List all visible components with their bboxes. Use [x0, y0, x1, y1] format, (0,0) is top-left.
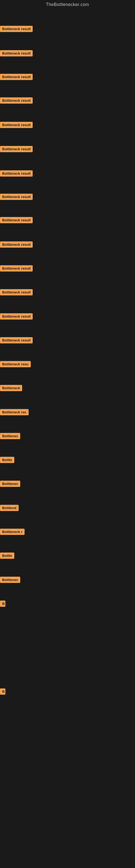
bottleneck-badge[interactable]: Bottlenec [0, 480, 20, 487]
bottleneck-badge[interactable]: Bottleneck result [0, 50, 33, 56]
bottleneck-result-item[interactable]: Bottleneck result [0, 26, 33, 33]
bottleneck-badge[interactable]: Bottleneck r [0, 529, 25, 535]
bottleneck-badge[interactable]: B [0, 600, 5, 607]
bottleneck-badge[interactable]: Bottleneck [0, 385, 22, 391]
bottleneck-result-item[interactable]: Bottleneck resu [0, 361, 31, 368]
bottleneck-result-item[interactable]: Bottleneck result [0, 217, 33, 224]
bottleneck-result-item[interactable]: Bottleneck result [0, 194, 33, 201]
bottleneck-result-item[interactable]: Bottleneck result [0, 313, 33, 321]
bottleneck-result-item[interactable]: Bottleneck [0, 385, 22, 392]
bottleneck-result-item[interactable]: Bottleneck result [0, 50, 33, 58]
bottleneck-result-item[interactable]: B [0, 600, 5, 608]
bottleneck-result-item[interactable]: Bottlenec [0, 577, 20, 584]
bottleneck-badge[interactable]: Bottleneck result [0, 170, 33, 177]
bottleneck-badge[interactable]: Bottleneck resu [0, 361, 31, 367]
bottleneck-result-item[interactable]: Bottlend [0, 505, 18, 512]
bottleneck-badge[interactable]: Bottleneck result [0, 146, 33, 152]
bottleneck-result-item[interactable]: Bottleneck result [0, 146, 33, 153]
bottleneck-result-item[interactable]: Bottleneck result [0, 337, 33, 344]
bottleneck-badge[interactable]: Bottleneck res [0, 409, 29, 415]
bottleneck-result-item[interactable]: B [0, 688, 5, 696]
bottleneck-badge[interactable]: Bottle [0, 457, 14, 463]
bottleneck-badge[interactable]: Bottlenec [0, 433, 20, 439]
bottleneck-badge[interactable]: Bottlenec [0, 577, 20, 583]
bottleneck-result-item[interactable]: Bottleneck result [0, 289, 33, 297]
bottleneck-badge[interactable]: Bottleneck result [0, 97, 33, 104]
bottleneck-badge[interactable]: Bottleneck result [0, 122, 33, 128]
bottleneck-badge[interactable]: Bottlend [0, 505, 18, 511]
bottleneck-result-item[interactable]: Bottleneck res [0, 409, 29, 416]
bottleneck-result-item[interactable]: Bottlenec [0, 480, 20, 488]
bottleneck-result-item[interactable]: Bottleneck result [0, 241, 33, 249]
bottleneck-badge[interactable]: Bottleneck result [0, 265, 33, 272]
bottleneck-badge[interactable]: Bottle [0, 553, 14, 559]
bottleneck-result-item[interactable]: Bottleneck result [0, 170, 33, 178]
bottleneck-badge[interactable]: B [0, 688, 5, 695]
bottleneck-result-item[interactable]: Bottleneck result [0, 74, 33, 81]
bottleneck-badge[interactable]: Bottleneck result [0, 74, 33, 80]
bottleneck-result-item[interactable]: Bottle [0, 457, 14, 464]
bottleneck-badge[interactable]: Bottleneck result [0, 217, 33, 223]
bottleneck-badge[interactable]: Bottleneck result [0, 289, 33, 296]
bottleneck-result-item[interactable]: Bottle [0, 553, 14, 560]
bottleneck-badge[interactable]: Bottleneck result [0, 241, 33, 248]
site-title: TheBottlenecker.com [0, 0, 135, 10]
bottleneck-badge[interactable]: Bottleneck result [0, 337, 33, 343]
bottleneck-badge[interactable]: Bottleneck result [0, 194, 33, 200]
bottleneck-result-item[interactable]: Bottleneck result [0, 122, 33, 129]
bottleneck-badge[interactable]: Bottleneck result [0, 26, 33, 32]
bottleneck-result-item[interactable]: Bottleneck r [0, 529, 25, 536]
bottleneck-result-item[interactable]: Bottleneck result [0, 265, 33, 273]
bottleneck-result-item[interactable]: Bottlenec [0, 433, 20, 440]
bottleneck-badge[interactable]: Bottleneck result [0, 313, 33, 319]
bottleneck-result-item[interactable]: Bottleneck result [0, 97, 33, 105]
